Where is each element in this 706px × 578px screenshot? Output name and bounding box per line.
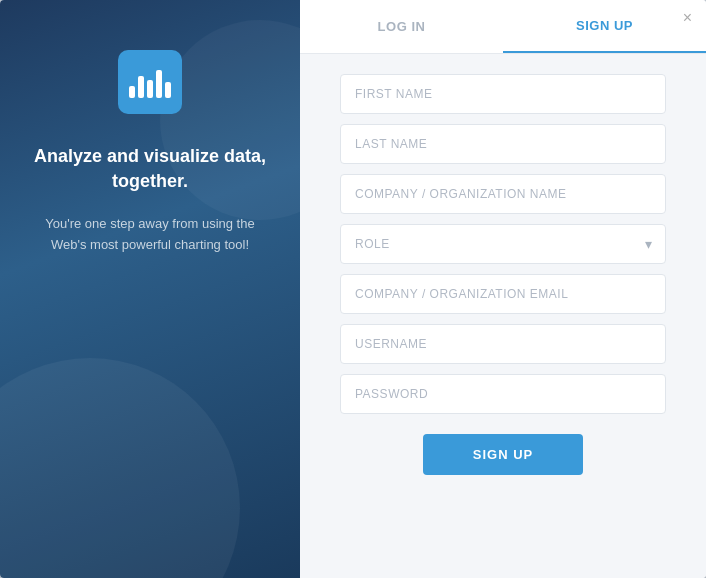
signup-button[interactable]: SIGN UP	[423, 434, 583, 475]
tab-login[interactable]: LOG IN	[300, 0, 503, 53]
company-input[interactable]	[340, 174, 666, 214]
password-field	[340, 374, 666, 414]
last-name-field	[340, 124, 666, 164]
last-name-input[interactable]	[340, 124, 666, 164]
email-field	[340, 274, 666, 314]
logo-bar-5	[165, 82, 171, 98]
right-panel: LOG IN SIGN UP ROLE Admin Manager	[300, 0, 706, 578]
close-button[interactable]: ×	[683, 10, 692, 26]
logo-bar-4	[156, 70, 162, 98]
logo-box	[118, 50, 182, 114]
company-field	[340, 174, 666, 214]
signup-form: ROLE Admin Manager Developer Analyst Oth…	[300, 54, 706, 578]
logo-icon	[129, 66, 171, 98]
logo-bar-3	[147, 80, 153, 98]
first-name-input[interactable]	[340, 74, 666, 114]
tabs-bar: LOG IN SIGN UP	[300, 0, 706, 54]
modal: × Analyze and visualize data, together. …	[0, 0, 706, 578]
left-panel-subtext: You're one step away from using the Web'…	[30, 214, 270, 256]
left-panel-headline: Analyze and visualize data, together.	[30, 144, 270, 194]
email-input[interactable]	[340, 274, 666, 314]
tab-signup[interactable]: SIGN UP	[503, 0, 706, 53]
logo-bar-1	[129, 86, 135, 98]
username-field	[340, 324, 666, 364]
password-input[interactable]	[340, 374, 666, 414]
left-panel: Analyze and visualize data, together. Yo…	[0, 0, 300, 578]
logo-bar-2	[138, 76, 144, 98]
role-select-wrapper: ROLE Admin Manager Developer Analyst Oth…	[340, 224, 666, 264]
role-field: ROLE Admin Manager Developer Analyst Oth…	[340, 224, 666, 264]
role-select[interactable]: ROLE Admin Manager Developer Analyst Oth…	[340, 224, 666, 264]
username-input[interactable]	[340, 324, 666, 364]
first-name-field	[340, 74, 666, 114]
